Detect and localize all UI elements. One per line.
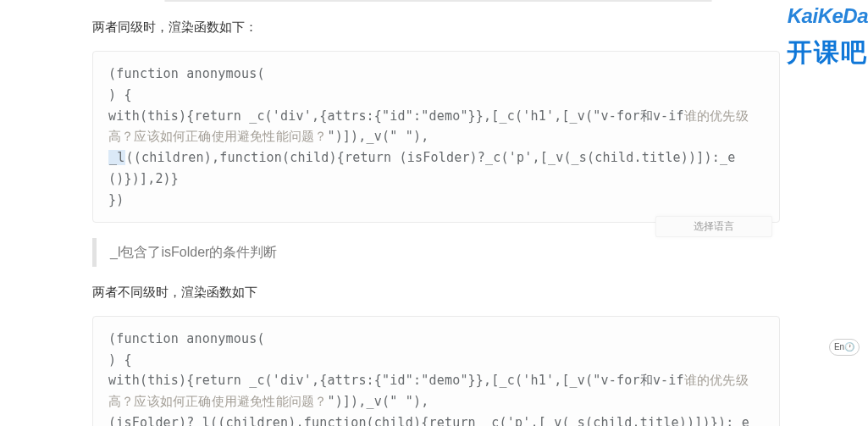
highlighted-token: _l (108, 150, 125, 165)
code-block-1: (function anonymous( ) { with(this){retu… (92, 51, 780, 223)
quote-1: _l包含了isFolder的条件判断 (92, 238, 780, 267)
brand-watermark: KaiKeDa 开课吧 (787, 0, 868, 73)
translate-pill[interactable]: En🕐 (829, 339, 860, 356)
code-content-2: (function anonymous( ) { with(this){retu… (108, 329, 764, 426)
paragraph-diff-level: 两者不同级时，渲染函数如下 (92, 282, 780, 302)
code-block-2: (function anonymous( ) { with(this){retu… (92, 316, 780, 426)
brand-latin: KaiKeDa (787, 0, 868, 32)
article-content: 两者同级时，渲染函数如下： (function anonymous( ) { w… (92, 0, 780, 426)
code-content-1: (function anonymous( ) { with(this){retu… (108, 64, 764, 210)
paragraph-same-level: 两者同级时，渲染函数如下： (92, 17, 780, 37)
language-selector[interactable]: 选择语言 (655, 216, 772, 237)
prev-block-edge (164, 0, 712, 2)
brand-cn: 开课吧 (787, 32, 868, 73)
